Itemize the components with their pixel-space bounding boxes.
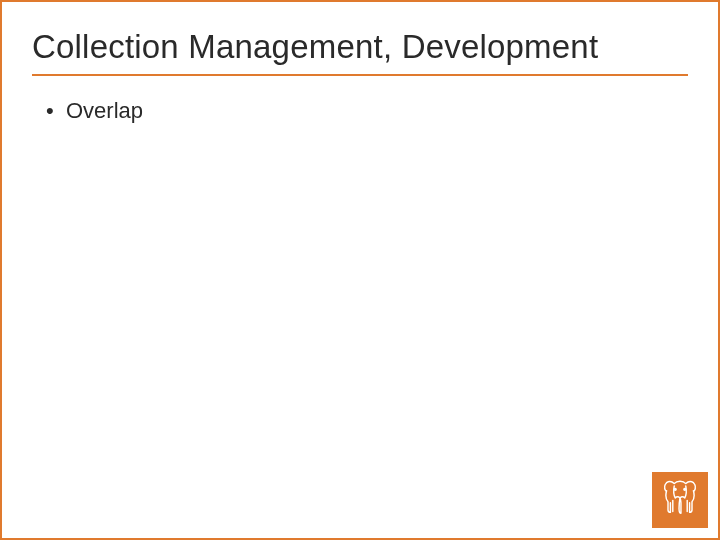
slide-container: Collection Management, Development Overl… <box>0 0 720 540</box>
page-title: Collection Management, Development <box>2 2 718 74</box>
elephant-icon <box>656 474 704 526</box>
content-area: Overlap <box>2 96 718 127</box>
svg-point-0 <box>674 488 676 490</box>
logo-badge <box>652 472 708 528</box>
svg-point-1 <box>684 488 686 490</box>
title-divider <box>32 74 688 76</box>
bullet-list: Overlap <box>42 96 678 127</box>
list-item: Overlap <box>42 96 678 127</box>
